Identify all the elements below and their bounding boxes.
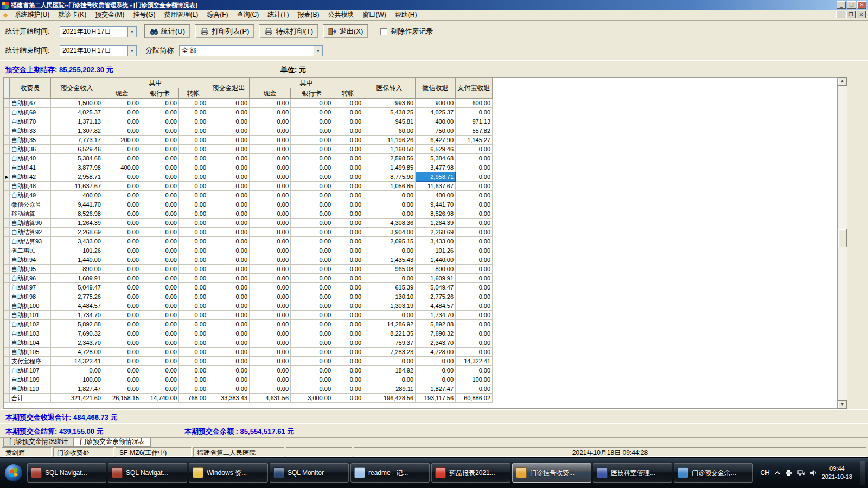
value-cell[interactable]: 0.00 <box>208 228 250 237</box>
value-cell[interactable]: 0.00 <box>456 338 493 348</box>
value-cell[interactable]: 0.00 <box>103 145 141 154</box>
value-cell[interactable]: 9,441.70 <box>51 200 103 209</box>
cashier-cell[interactable]: 自助机104 <box>10 338 51 348</box>
value-cell[interactable]: 768.00 <box>179 394 208 403</box>
cashier-cell[interactable]: 省二惠民 <box>10 246 51 255</box>
value-cell[interactable]: 7,773.17 <box>51 136 103 145</box>
value-cell[interactable]: 0.00 <box>333 163 363 172</box>
cashier-cell[interactable]: 自助结算93 <box>10 237 51 246</box>
table-row[interactable]: 自助机1025,892.880.000.000.000.000.000.000.… <box>4 320 493 329</box>
value-cell[interactable]: 0.00 <box>103 117 141 126</box>
value-cell[interactable]: 0.00 <box>103 338 141 348</box>
value-cell[interactable]: 0.00 <box>103 228 141 237</box>
value-cell[interactable]: 0.00 <box>141 375 179 384</box>
value-cell[interactable]: 0.00 <box>333 338 363 348</box>
value-cell[interactable]: 0.00 <box>291 348 333 357</box>
value-cell[interactable]: 0.00 <box>333 99 363 108</box>
value-cell[interactable]: 4,025.37 <box>51 108 103 117</box>
value-cell[interactable]: 0.00 <box>208 320 250 329</box>
table-row[interactable]: 自助机1042,343.700.000.000.000.000.000.000.… <box>4 338 493 348</box>
value-cell[interactable]: 0.00 <box>208 311 250 320</box>
value-cell[interactable]: 0.00 <box>291 163 333 172</box>
value-cell[interactable]: 0.00 <box>333 274 363 283</box>
scroll-down-icon[interactable]: ▼ <box>838 400 847 409</box>
value-cell[interactable]: 0.00 <box>208 366 250 375</box>
value-cell[interactable]: 0.00 <box>416 357 456 366</box>
value-cell[interactable]: 0.00 <box>250 191 291 200</box>
value-cell[interactable]: 8,526.98 <box>416 209 456 219</box>
value-cell[interactable]: 0.00 <box>250 366 291 375</box>
value-cell[interactable]: 0.00 <box>103 255 141 265</box>
value-cell[interactable]: 0.00 <box>250 154 291 163</box>
table-row[interactable]: 自助机1004,484.570.000.000.000.000.000.000.… <box>4 301 493 311</box>
network-icon[interactable] <box>797 470 805 476</box>
menu-item[interactable]: 报表(B) <box>293 9 323 21</box>
value-cell[interactable]: 0.00 <box>141 99 179 108</box>
value-cell[interactable]: 0.00 <box>208 357 250 366</box>
value-cell[interactable]: 0.00 <box>456 384 493 394</box>
value-cell[interactable]: 0.00 <box>456 329 493 338</box>
value-cell[interactable]: 0.00 <box>250 375 291 384</box>
value-cell[interactable]: 0.00 <box>208 163 250 172</box>
value-cell[interactable]: 7,690.32 <box>51 329 103 338</box>
value-cell[interactable]: 0.00 <box>103 348 141 357</box>
value-cell[interactable]: 0.00 <box>250 338 291 348</box>
value-cell[interactable]: 0.00 <box>363 209 416 219</box>
value-cell[interactable]: 0.00 <box>141 301 179 311</box>
cashier-cell[interactable]: 自助机103 <box>10 329 51 338</box>
table-row[interactable]: 自助机975,049.470.000.000.000.000.000.000.0… <box>4 283 493 292</box>
value-cell[interactable]: 0.00 <box>456 283 493 292</box>
hidden-icons-chevron-icon[interactable] <box>775 471 780 475</box>
value-cell[interactable]: 1,609.91 <box>51 274 103 283</box>
value-cell[interactable]: 0.00 <box>208 154 250 163</box>
value-cell[interactable]: 0.00 <box>103 237 141 246</box>
value-cell[interactable]: 2,343.70 <box>416 338 456 348</box>
value-cell[interactable]: 0.00 <box>291 182 333 191</box>
value-cell[interactable]: 0.00 <box>250 108 291 117</box>
value-cell[interactable]: 0.00 <box>250 182 291 191</box>
start-time-combobox[interactable]: 2021年10月17日 ▼ <box>60 26 137 37</box>
value-cell[interactable]: 0.00 <box>179 126 208 136</box>
value-cell[interactable]: 0.00 <box>333 200 363 209</box>
value-cell[interactable]: 1,440.00 <box>416 255 456 265</box>
value-cell[interactable]: 0.00 <box>250 99 291 108</box>
cashier-cell[interactable]: 自助机102 <box>10 320 51 329</box>
value-cell[interactable]: 0.00 <box>208 265 250 274</box>
value-cell[interactable]: -3,000.00 <box>291 394 333 403</box>
value-cell[interactable]: 0.00 <box>103 329 141 338</box>
value-cell[interactable]: 0.00 <box>179 145 208 154</box>
value-cell[interactable]: 0.00 <box>333 136 363 145</box>
value-cell[interactable]: 0.00 <box>208 117 250 126</box>
value-cell[interactable]: 0.00 <box>333 117 363 126</box>
taskbar-clock[interactable]: 09:44 2021-10-18 <box>822 465 852 481</box>
value-cell[interactable]: 0.00 <box>208 375 250 384</box>
value-cell[interactable]: 0.00 <box>179 265 208 274</box>
cashier-cell[interactable]: 自助机107 <box>10 366 51 375</box>
value-cell[interactable]: 0.00 <box>103 320 141 329</box>
value-cell[interactable]: 3,877.98 <box>51 163 103 172</box>
value-cell[interactable]: 0.00 <box>456 219 493 228</box>
value-cell[interactable]: 0.00 <box>333 219 363 228</box>
menu-item[interactable]: 公共模块 <box>323 9 358 21</box>
value-cell[interactable]: 200.00 <box>103 136 141 145</box>
value-cell[interactable]: 0.00 <box>179 191 208 200</box>
menu-item[interactable]: 挂号(G) <box>129 9 159 21</box>
value-cell[interactable]: 0.00 <box>250 292 291 301</box>
total-row[interactable]: 合计321,421.6026,158.1514,740.00768.00-33,… <box>4 394 493 403</box>
menu-item[interactable]: 费用管理(L) <box>159 9 202 21</box>
value-cell[interactable]: 0.00 <box>208 172 250 182</box>
value-cell[interactable]: 0.00 <box>456 163 493 172</box>
value-cell[interactable]: 0.00 <box>179 200 208 209</box>
value-cell[interactable]: 615.39 <box>363 283 416 292</box>
value-cell[interactable]: 0.00 <box>208 136 250 145</box>
taskbar-button[interactable]: Windows 资... <box>189 463 268 483</box>
maximize-button[interactable]: ❐ <box>847 1 856 9</box>
exit-button[interactable]: 退出(X) <box>323 24 368 38</box>
value-cell[interactable]: 2,268.69 <box>51 228 103 237</box>
table-row[interactable]: 支付宝程序14,322.410.000.000.000.000.000.000.… <box>4 357 493 366</box>
value-cell[interactable]: 7,690.32 <box>416 329 456 338</box>
value-cell[interactable]: 130.10 <box>363 292 416 301</box>
value-cell[interactable]: 0.00 <box>291 237 333 246</box>
value-cell[interactable]: 0.00 <box>250 237 291 246</box>
value-cell[interactable]: 0.00 <box>250 384 291 394</box>
